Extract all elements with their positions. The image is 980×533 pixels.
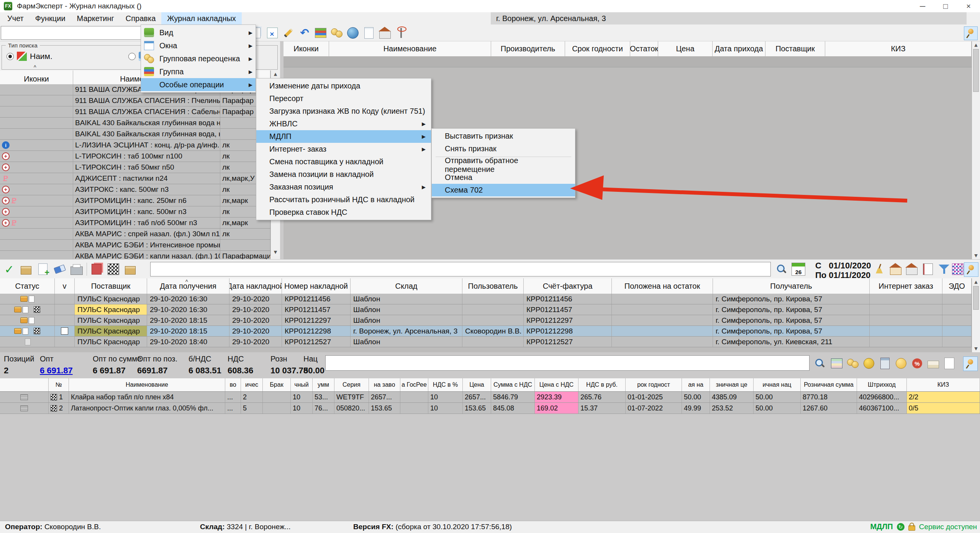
menubar-item[interactable]: Учет	[2, 12, 29, 25]
qr-color-icon[interactable]	[951, 262, 965, 276]
product-row[interactable]: АДЖИСЕПТ : пастилки n24 лк,марк,У	[0, 173, 270, 184]
qr-icon[interactable]	[107, 262, 120, 276]
menu-item[interactable]: Замена позиции в накладной	[256, 168, 431, 181]
stock-col-header[interactable]: Дата прихода	[713, 41, 765, 56]
stock-col-header[interactable]: Цена	[658, 41, 713, 56]
product-row[interactable]: АЗИТРОМИЦИН : капс. 250мг n6 лк,марк	[0, 195, 270, 206]
menu-item[interactable]: Интернет- заказ ▶	[256, 143, 431, 155]
journal-scrollbar[interactable]: ▲ ▼	[972, 278, 980, 352]
home-icon[interactable]	[905, 262, 919, 276]
print-icon[interactable]	[70, 262, 84, 276]
check-cell[interactable]	[55, 294, 75, 304]
warehouse-icon[interactable]	[889, 262, 903, 276]
search-icon[interactable]	[813, 356, 827, 370]
menu-item[interactable]: ЖНВЛС ▶	[256, 118, 431, 130]
calculator-icon[interactable]	[878, 356, 892, 370]
menu-item[interactable]: Особые операции ▶	[141, 78, 256, 91]
scroll-thumb[interactable]	[973, 49, 979, 92]
document-icon[interactable]	[362, 26, 375, 39]
stock-col-header[interactable]: Поставщик	[765, 41, 825, 56]
position-row[interactable]: 2 Латанопрост-Оптик капли глаз. 0,005% ф…	[0, 403, 980, 414]
scroll-up-icon[interactable]: ▲	[271, 72, 280, 77]
antenna-icon[interactable]	[395, 26, 408, 39]
col-icons[interactable]: Иконки	[0, 70, 73, 84]
row-checkbox[interactable]	[61, 327, 68, 335]
menu-item[interactable]	[432, 155, 575, 159]
cards-icon[interactable]	[90, 262, 103, 276]
maximize-button[interactable]: □	[934, 0, 957, 12]
menu-item[interactable]: Схема 702	[432, 184, 575, 196]
journal-row[interactable]: ПУЛЬС Краснодар 29-10-2020 16:30 29-10-2…	[0, 304, 972, 315]
minimize-button[interactable]: ─	[911, 0, 934, 12]
scroll-down-icon[interactable]: ▼	[972, 346, 980, 351]
journal-row[interactable]: ПУЛЬС Краснодар 29-10-2020 18:15 29-10-2…	[0, 315, 972, 326]
product-row[interactable]: L-ТИРОКСИН : таб 50мкг n50 лк	[0, 162, 270, 173]
stock-col-header[interactable]: Наименование	[329, 41, 491, 56]
search-icon[interactable]	[775, 262, 788, 276]
product-row[interactable]: BAIKAL 430 Байкальская глубинная вода, н…	[0, 129, 270, 140]
undo-icon[interactable]: ↶	[298, 26, 311, 39]
sync-icon[interactable]: ↻	[897, 523, 905, 531]
positions-col-header[interactable]: рок годност	[626, 378, 682, 391]
menu-item[interactable]: Окна ▶	[141, 39, 256, 52]
menu-item[interactable]: Заказная позиция ▶	[256, 181, 431, 193]
positions-col-header[interactable]: НДС в %	[428, 378, 463, 391]
globe-icon[interactable]	[346, 26, 359, 39]
product-row[interactable]: L-ТИРОКСИН : таб 100мкг n100 лк	[0, 151, 270, 162]
col-user[interactable]: Пользователь	[462, 278, 524, 294]
date-range[interactable]: С 01/10/2020 По 01/11/2020	[814, 260, 873, 280]
menu-item[interactable]: МДЛП ▶	[256, 130, 431, 143]
pin-icon[interactable]	[964, 262, 978, 277]
positions-col-header[interactable]	[0, 378, 49, 391]
sheet-icon[interactable]	[942, 356, 956, 370]
product-row[interactable]: АКВА МАРИС : спрей назал. (фл.) 30мл n1 …	[0, 229, 270, 240]
journal-row[interactable]: ПУЛЬС Краснодар 29-10-2020 16:30 29-10-2…	[0, 294, 972, 304]
col-recipient[interactable]: Получатель	[713, 278, 870, 294]
menu-item[interactable]: Вид ▶	[141, 26, 256, 39]
radio-by-name[interactable]: Наим.	[7, 52, 52, 61]
col-edo[interactable]: ЭДО	[942, 278, 972, 294]
check-cell[interactable]	[55, 326, 75, 336]
stock-scrollbar[interactable]: ▲ ▼	[972, 41, 980, 259]
positions-col-header[interactable]: Наименование	[69, 378, 225, 391]
positions-col-header[interactable]: зничная це	[710, 378, 754, 391]
package-icon[interactable]	[123, 262, 137, 276]
col-invoice-no[interactable]: Номер накладной	[282, 278, 351, 294]
positions-col-header[interactable]: №	[49, 378, 69, 391]
coins-icon[interactable]	[846, 356, 860, 370]
col-placed[interactable]: Положена на остаток	[612, 278, 713, 294]
positions-col-header[interactable]: Брак	[263, 378, 291, 391]
menubar-item[interactable]: Маркетинг	[71, 12, 120, 25]
product-row[interactable]: АЗИТРОМИЦИН : капс. 500мг n3 лк	[0, 206, 270, 217]
positions-col-header[interactable]: Цена	[463, 378, 491, 391]
journal-filter-input[interactable]	[150, 262, 771, 276]
positions-col-header[interactable]: Штрихкод	[857, 378, 907, 391]
pin-icon[interactable]	[964, 26, 978, 40]
notebook-icon[interactable]	[921, 262, 935, 276]
positions-col-header[interactable]: во	[225, 378, 241, 391]
check-cell[interactable]	[55, 337, 75, 347]
menu-item[interactable]: Смена поставщика у накладной	[256, 155, 431, 168]
confirm-icon[interactable]: ✓	[2, 262, 16, 276]
menu-item[interactable]: Отправить обратное перемещение	[432, 159, 575, 171]
scroll-down-icon[interactable]: ▼	[972, 253, 980, 258]
col-received[interactable]: Дата получения	[147, 278, 229, 294]
broom-icon[interactable]	[873, 262, 887, 276]
box-icon[interactable]	[19, 262, 33, 276]
menubar-item[interactable]: Функции	[29, 12, 71, 25]
product-row[interactable]: L-ЛИЗИНА ЭСЦИНАТ : конц. д/р-ра д/инф. (…	[0, 140, 270, 151]
scroll-thumb[interactable]	[973, 286, 979, 310]
positions-col-header[interactable]: Розничная сумма	[801, 378, 857, 391]
menu-item[interactable]: Группа ▶	[141, 65, 256, 78]
scroll-down-icon[interactable]: ▼	[271, 250, 280, 255]
table-color-icon[interactable]	[830, 356, 844, 370]
stock-col-header[interactable]: Производитель	[491, 41, 565, 56]
positions-col-header[interactable]: а ГосРее	[400, 378, 428, 391]
menu-item[interactable]: Проверка ставок НДС	[256, 206, 431, 219]
col-invoice-ref[interactable]: Счёт-фактура	[524, 278, 612, 294]
menu-item[interactable]: Пересорт	[256, 92, 431, 105]
positions-col-header[interactable]: Цена с НДС	[535, 378, 578, 391]
pin-icon[interactable]	[963, 356, 978, 371]
product-row[interactable]: АКВА МАРИС БЭБИ : Интенсивное промыва...	[0, 240, 270, 251]
col-invoice-date[interactable]: Дата накладной	[229, 278, 282, 294]
